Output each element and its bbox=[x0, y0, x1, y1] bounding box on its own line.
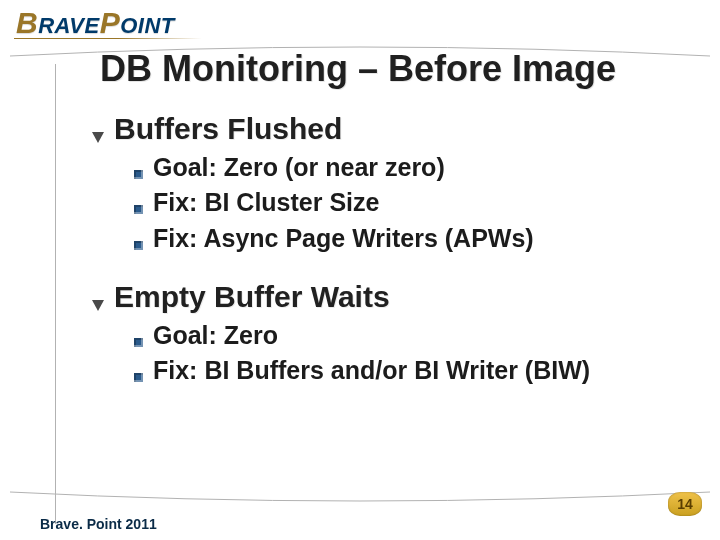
list-item-text: Fix: Async Page Writers (APWs) bbox=[153, 223, 534, 254]
list-item-text: Fix: BI Cluster Size bbox=[153, 187, 379, 218]
triangle-bullet-icon bbox=[92, 300, 104, 311]
list-item-text: Goal: Zero (or near zero) bbox=[153, 152, 445, 183]
page-number: 14 bbox=[677, 496, 693, 512]
section-empty-buffer-waits: Empty Buffer Waits Goal: Zero Fix: BI Bu… bbox=[92, 280, 682, 387]
footer-text: Brave. Point 2011 bbox=[40, 516, 157, 532]
page-number-badge: 14 bbox=[668, 492, 702, 516]
logo-b: B bbox=[16, 6, 38, 39]
logo-underline bbox=[14, 38, 202, 39]
section-items: Goal: Zero Fix: BI Buffers and/or BI Wri… bbox=[134, 320, 682, 387]
logo-rave: RAVE bbox=[38, 13, 100, 38]
list-item: Goal: Zero bbox=[134, 320, 682, 351]
list-item-text: Fix: BI Buffers and/or BI Writer (BIW) bbox=[153, 355, 590, 386]
square-bullet-icon bbox=[134, 338, 143, 347]
square-bullet-icon bbox=[134, 170, 143, 179]
section-heading-text: Buffers Flushed bbox=[114, 112, 342, 146]
brand-logo: BRAVEPOINT bbox=[16, 8, 175, 38]
list-item-text: Goal: Zero bbox=[153, 320, 278, 351]
slide-title: DB Monitoring – Before Image bbox=[100, 48, 616, 90]
square-bullet-icon bbox=[134, 205, 143, 214]
frame-rule-side bbox=[55, 64, 56, 524]
slide: BRAVEPOINT DB Monitoring – Before Image … bbox=[0, 0, 720, 540]
logo-p: P bbox=[100, 6, 121, 39]
section-heading: Buffers Flushed bbox=[92, 112, 682, 146]
list-item: Fix: BI Buffers and/or BI Writer (BIW) bbox=[134, 355, 682, 386]
section-heading: Empty Buffer Waits bbox=[92, 280, 682, 314]
list-item: Fix: BI Cluster Size bbox=[134, 187, 682, 218]
section-items: Goal: Zero (or near zero) Fix: BI Cluste… bbox=[134, 152, 682, 254]
frame-arc-bottom bbox=[10, 490, 710, 504]
square-bullet-icon bbox=[134, 373, 143, 382]
slide-body: Buffers Flushed Goal: Zero (or near zero… bbox=[92, 104, 682, 386]
triangle-bullet-icon bbox=[92, 132, 104, 143]
square-bullet-icon bbox=[134, 241, 143, 250]
list-item: Goal: Zero (or near zero) bbox=[134, 152, 682, 183]
section-buffers-flushed: Buffers Flushed Goal: Zero (or near zero… bbox=[92, 112, 682, 254]
section-heading-text: Empty Buffer Waits bbox=[114, 280, 390, 314]
logo-oint: OINT bbox=[120, 13, 175, 38]
list-item: Fix: Async Page Writers (APWs) bbox=[134, 223, 682, 254]
